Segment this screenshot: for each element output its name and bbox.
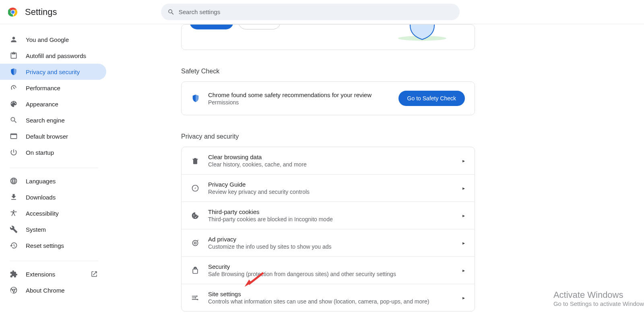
wrench-icon (10, 225, 18, 233)
shield-icon (10, 68, 18, 76)
sidebar-item-label: Extensions (26, 271, 55, 278)
safety-check-title: Chrome found some safety recommendations… (208, 91, 390, 98)
browser-icon (10, 132, 18, 140)
sidebar-item-reset[interactable]: Reset settings (0, 237, 106, 254)
page-title: Settings (25, 7, 57, 17)
row-site-settings[interactable]: Site settings Controls what information … (182, 284, 475, 311)
power-icon (10, 148, 18, 156)
sidebar-divider (10, 168, 98, 168)
sidebar-item-appearance[interactable]: Appearance (0, 96, 106, 112)
no-thanks-button[interactable]: No thanks (238, 24, 281, 29)
cookie-icon (191, 212, 199, 220)
row-title: Clear browsing data (208, 154, 454, 160)
svg-point-7 (194, 242, 196, 244)
search-icon (10, 116, 18, 124)
sidebar-item-label: Downloads (26, 194, 56, 201)
row-ad-privacy[interactable]: Ad privacy Customize the info used by si… (182, 229, 475, 257)
shield-illustration-icon (394, 24, 450, 43)
sidebar-item-accessibility[interactable]: Accessibility (0, 205, 106, 221)
row-sub: Third-party cookies are blocked in Incog… (208, 216, 454, 222)
sidebar-divider (10, 261, 98, 261)
svg-point-10 (197, 299, 198, 300)
sidebar-item-privacy-security[interactable]: Privacy and security (0, 64, 106, 80)
safety-check-card: Chrome found some safety recommendations… (181, 81, 475, 115)
sidebar-item-extensions[interactable]: Extensions (0, 266, 106, 282)
sidebar-item-system[interactable]: System (0, 221, 106, 237)
settings-header: Settings (0, 0, 644, 24)
sidebar-item-label: Search engine (26, 117, 65, 124)
sliders-icon (191, 294, 199, 302)
speedometer-icon (10, 84, 18, 92)
accessibility-icon (10, 209, 18, 217)
sidebar-item-label: Autofill and passwords (26, 52, 86, 59)
enhanced-protection-card: Get started No thanks (181, 24, 475, 50)
svg-point-9 (195, 297, 196, 298)
search-wrap (161, 4, 460, 20)
chevron-right-icon: ▸ (462, 185, 465, 191)
row-security[interactable]: Security Safe Browsing (protection from … (182, 257, 475, 284)
trash-icon (191, 157, 199, 165)
shield-icon (191, 94, 200, 103)
sidebar-item-label: On startup (26, 149, 54, 156)
sidebar-item-languages[interactable]: Languages (0, 173, 106, 189)
watermark-title: Activate Windows (553, 290, 644, 300)
sidebar-item-search-engine[interactable]: Search engine (0, 112, 106, 128)
get-started-button[interactable]: Get started (190, 24, 233, 29)
sidebar-item-performance[interactable]: Performance (0, 80, 106, 96)
sidebar-item-label: Languages (26, 178, 56, 185)
row-sub: Customize the info used by sites to show… (208, 243, 454, 250)
sidebar: You and Google Autofill and passwords Pr… (0, 24, 108, 320)
search-input[interactable] (161, 4, 460, 20)
sidebar-item-downloads[interactable]: Downloads (0, 189, 106, 205)
svg-marker-12 (245, 280, 252, 287)
sidebar-item-you-and-google[interactable]: You and Google (0, 31, 106, 48)
sidebar-item-about-chrome[interactable]: About Chrome (0, 282, 106, 298)
sidebar-item-label: Reset settings (26, 242, 64, 249)
sidebar-item-label: Privacy and security (26, 69, 80, 75)
svg-point-6 (192, 240, 198, 245)
row-sub: Clear history, cookies, cache, and more (208, 161, 454, 168)
windows-activation-watermark: Activate Windows Go to Settings to activ… (553, 290, 644, 307)
ad-privacy-icon (191, 239, 199, 247)
sidebar-item-label: Accessibility (26, 210, 59, 217)
sidebar-item-label: You and Google (26, 36, 69, 43)
restore-icon (10, 241, 18, 249)
sidebar-item-on-startup[interactable]: On startup (0, 144, 106, 160)
chevron-right-icon: ▸ (462, 268, 465, 273)
chrome-logo-icon (8, 7, 18, 17)
main-content: Get started No thanks Safety Check (108, 24, 644, 320)
globe-icon (10, 177, 18, 185)
chevron-right-icon: ▸ (462, 158, 465, 164)
row-title: Site settings (208, 291, 454, 297)
palette-icon (10, 100, 18, 108)
row-clear-browsing-data[interactable]: Clear browsing data Clear history, cooki… (182, 147, 475, 175)
svg-point-2 (11, 10, 15, 14)
red-annotation-arrow-icon (241, 271, 269, 287)
compass-icon (191, 184, 199, 192)
chrome-outline-icon (10, 286, 18, 294)
privacy-section-heading: Privacy and security (181, 133, 475, 140)
safety-check-heading: Safety Check (181, 68, 475, 75)
row-third-party-cookies[interactable]: Third-party cookies Third-party cookies … (182, 202, 475, 229)
lock-icon (191, 266, 199, 274)
sidebar-item-label: Performance (26, 85, 60, 91)
row-privacy-guide[interactable]: Privacy Guide Review key privacy and sec… (182, 175, 475, 202)
clipboard-icon (10, 52, 18, 60)
go-to-safety-check-button[interactable]: Go to Safety Check (398, 91, 465, 106)
chevron-right-icon: ▸ (462, 240, 465, 246)
safety-check-sub: Permissions (208, 99, 390, 106)
row-sub: Review key privacy and security controls (208, 189, 454, 195)
layout: You and Google Autofill and passwords Pr… (0, 24, 644, 320)
logo-wrap: Settings (8, 7, 57, 17)
extension-icon (10, 270, 18, 278)
open-external-icon (90, 270, 98, 278)
sidebar-item-label: Appearance (26, 101, 58, 108)
row-title: Third-party cookies (208, 208, 454, 215)
sidebar-item-label: System (26, 226, 46, 233)
watermark-sub: Go to Settings to activate Window (553, 300, 644, 307)
chevron-right-icon: ▸ (462, 213, 465, 218)
row-title: Privacy Guide (208, 181, 454, 188)
sidebar-item-default-browser[interactable]: Default browser (0, 128, 106, 144)
sidebar-item-autofill[interactable]: Autofill and passwords (0, 48, 106, 64)
row-sub: Controls what information sites can use … (208, 298, 454, 305)
